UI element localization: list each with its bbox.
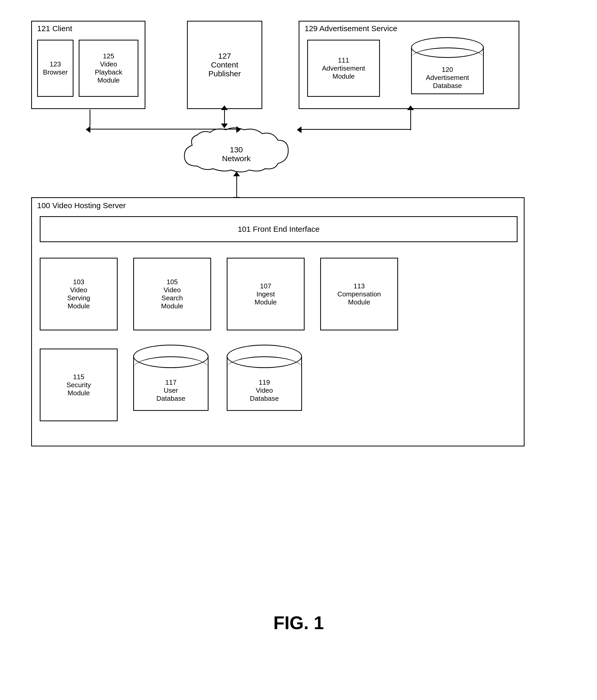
arrowhead-adservice-left (297, 126, 302, 133)
arrowhead-to-client (86, 126, 90, 133)
ad-database-cylinder: 120AdvertisementDatabase (411, 37, 484, 99)
user-database-label: 117UserDatabase (137, 378, 205, 403)
compensation-box: 113CompensationModule (320, 258, 398, 330)
video-search-box: 105VideoSearchModule (133, 258, 211, 330)
user-database-cylinder: 117UserDatabase (133, 345, 209, 423)
security-box: 115SecurityModule (40, 349, 118, 421)
video-database-cylinder: 119VideoDatabase (227, 345, 302, 423)
browser-box: 123Browser (37, 40, 73, 97)
arrow-adservice-network-h (301, 129, 410, 130)
arrowhead-publisher-up (221, 105, 228, 110)
diagram: 121 Client 123Browser 125VideoPlaybackMo… (26, 16, 571, 639)
video-serving-label: 103VideoServingModule (45, 278, 113, 310)
front-end-label: 101 Front End Interface (238, 225, 319, 233)
publisher-box: 127ContentPublisher (187, 21, 262, 109)
ad-service-label: 129 Advertisement Service (305, 24, 397, 33)
compensation-label: 113CompensationModule (326, 282, 393, 306)
network-label: 130Network (222, 145, 250, 163)
video-search-label: 105VideoSearchModule (138, 278, 206, 310)
arrowhead-publisher-down (221, 124, 228, 128)
arrowhead-to-network-up (233, 172, 240, 176)
browser-label: 123Browser (40, 60, 71, 76)
playback-label: 125VideoPlaybackModule (82, 52, 135, 84)
ingest-label: 107IngestModule (232, 282, 300, 306)
arrow-client-network-h (90, 129, 239, 129)
server-label: 100 Video Hosting Server (37, 201, 126, 210)
arrow-publisher-network-v (224, 109, 225, 125)
figure-label: FIG. 1 (273, 612, 324, 633)
ad-module-label: 111AdvertisementModule (312, 56, 375, 80)
client-label: 121 Client (37, 24, 72, 33)
ingest-box: 107IngestModule (227, 258, 305, 330)
server-box: 100 Video Hosting Server 101 Front End I… (31, 197, 525, 446)
arrow-network-server-v (236, 176, 237, 199)
arrowhead-adservice-up (407, 105, 414, 110)
playback-box: 125VideoPlaybackModule (79, 40, 138, 97)
front-end-box: 101 Front End Interface (40, 216, 518, 242)
ad-module-box: 111AdvertisementModule (307, 40, 380, 97)
ad-database-label: 120AdvertisementDatabase (414, 66, 481, 90)
video-database-label: 119VideoDatabase (231, 378, 298, 403)
ad-service-box: 129 Advertisement Service 111Advertiseme… (298, 21, 519, 109)
security-label: 115SecurityModule (45, 373, 113, 397)
arrowhead-to-network (236, 126, 241, 133)
publisher-label: 127ContentPublisher (191, 52, 258, 78)
client-box: 121 Client 123Browser 125VideoPlaybackMo… (31, 21, 145, 109)
video-serving-box: 103VideoServingModule (40, 258, 118, 330)
arrow-adservice-network-v (410, 109, 411, 130)
